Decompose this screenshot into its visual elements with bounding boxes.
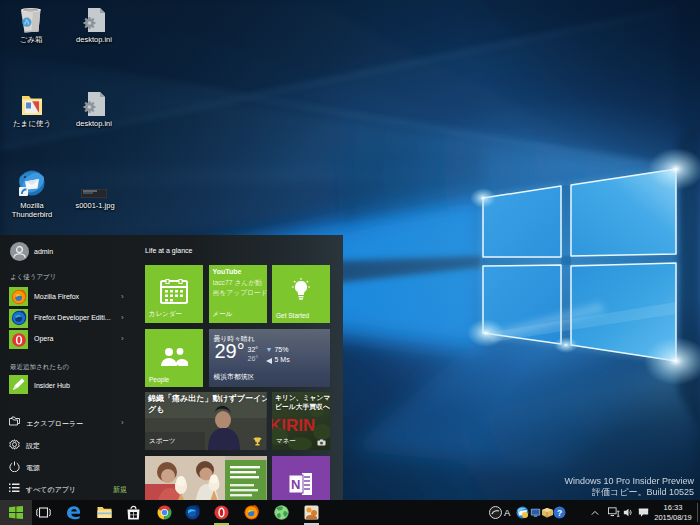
svg-text:N: N xyxy=(291,476,300,491)
svg-text:?: ? xyxy=(557,508,562,518)
